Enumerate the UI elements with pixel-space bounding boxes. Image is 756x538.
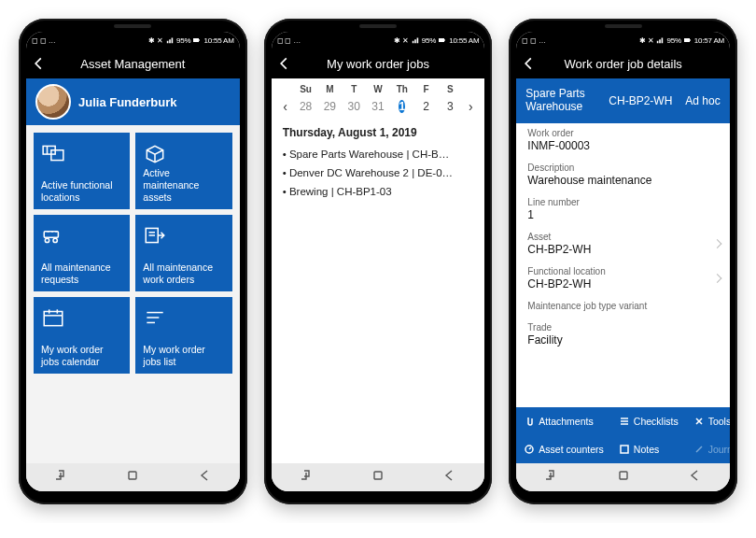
recent-apps-button[interactable]	[54, 468, 69, 487]
svg-point-7	[53, 238, 57, 242]
topbar: My work order jobs	[272, 49, 485, 78]
tab-adhoc[interactable]: Ad hoc	[685, 94, 720, 107]
svg-rect-3	[51, 150, 63, 161]
phone-work-order-job-details: ◻ ◻ … ✱ ✕ 95% 10:57 AM Work order job de…	[509, 19, 737, 504]
recent-apps-button[interactable]	[544, 468, 559, 487]
job-list: • Spare Parts Warehouse | CH-B… • Denver…	[272, 145, 485, 201]
svg-rect-24	[374, 472, 382, 479]
back-button[interactable]	[522, 57, 542, 70]
home-button[interactable]	[371, 468, 385, 487]
field-line-number: Line number1	[516, 192, 730, 227]
cal-day[interactable]: 29	[317, 100, 342, 113]
topbar: Work order job details	[516, 49, 730, 78]
avatar	[35, 84, 71, 120]
job-list-item[interactable]: • Brewing | CH-BP1-03	[283, 182, 474, 201]
cal-day-selected[interactable]: 1	[390, 96, 414, 117]
tab-code[interactable]: CH-BP2-WH	[609, 94, 672, 107]
svg-rect-1	[199, 39, 200, 40]
svg-point-6	[45, 238, 49, 242]
cal-day[interactable]: 3	[439, 100, 463, 113]
requests-icon	[41, 222, 122, 248]
calendar-strip: SuM TW ThF S ‹ 28 29 30 31 1 2 3 ›	[272, 78, 485, 117]
svg-rect-23	[444, 39, 445, 40]
back-button[interactable]	[277, 57, 298, 70]
action-checklists[interactable]: Checklists	[611, 407, 686, 435]
page-title: Asset Management	[26, 57, 240, 71]
user-name: Julia Funderburk	[78, 95, 176, 109]
tiles-grid: Active functional locations Active maint…	[26, 125, 240, 381]
cal-day[interactable]: 28	[294, 100, 318, 113]
back-nav-button[interactable]	[687, 468, 702, 487]
package-icon	[143, 140, 224, 166]
svg-rect-11	[44, 312, 63, 326]
cal-day[interactable]: 31	[366, 100, 390, 113]
action-notes[interactable]: Notes	[611, 435, 686, 463]
page-title: My work order jobs	[272, 57, 485, 71]
action-bar: Attachments Checklists Tools Asset count…	[516, 407, 730, 463]
tab-name[interactable]: Spare Parts Warehouse	[525, 88, 595, 114]
svg-rect-31	[621, 446, 628, 453]
status-bar: ◻ ◻ … ✱ ✕ 95% 10:55 AM	[272, 32, 485, 49]
home-button[interactable]	[616, 468, 631, 487]
list-icon	[143, 304, 224, 331]
svg-rect-22	[439, 38, 444, 42]
svg-rect-5	[44, 232, 58, 238]
topbar: Asset Management	[26, 49, 240, 78]
tile-active-maintenance-assets[interactable]: Active maintenance assets	[135, 133, 231, 209]
field-asset[interactable]: AssetCH-BP2-WH	[516, 227, 730, 262]
action-attachments[interactable]: Attachments	[516, 407, 610, 435]
calendar-date-title: Thursday, August 1, 2019	[272, 117, 485, 145]
detail-fields: Work orderINMF-00003 DescriptionWarehous…	[516, 123, 730, 407]
field-job-type-variant: Maintenance job type variant	[516, 296, 730, 318]
job-list-item[interactable]: • Spare Parts Warehouse | CH-B…	[283, 145, 474, 163]
page-title: Work order job details	[516, 57, 730, 71]
status-bar: ◻ ◻ … ✱ ✕ 95% 10:57 AM	[516, 32, 730, 49]
tile-all-maintenance-requests[interactable]: All maintenance requests	[34, 215, 130, 291]
calendar-icon	[41, 304, 122, 331]
svg-rect-21	[129, 472, 136, 479]
tile-my-work-order-jobs-calendar[interactable]: My work order jobs calendar	[34, 297, 130, 374]
recent-apps-button[interactable]	[300, 468, 315, 487]
action-tools[interactable]: Tools	[686, 407, 730, 435]
status-bar: ◻ ◻ … ✱ ✕ 95% 10:55 AM	[26, 32, 240, 49]
tile-all-maintenance-work-orders[interactable]: All maintenance work orders	[135, 215, 231, 291]
phone-asset-management: ◻ ◻ … ✱ ✕ 95% 10:55 AM Asset Management …	[19, 19, 247, 504]
action-asset-counters[interactable]: Asset counters	[516, 435, 610, 463]
workorders-icon	[143, 222, 224, 248]
back-nav-button[interactable]	[441, 468, 456, 487]
tile-my-work-order-jobs-list[interactable]: My work order jobs list	[135, 297, 231, 374]
android-nav	[26, 463, 240, 491]
field-trade: TradeFacility	[516, 318, 730, 352]
cal-day[interactable]: 2	[414, 100, 439, 113]
tile-active-functional-locations[interactable]: Active functional locations	[34, 133, 130, 209]
action-journal[interactable]: Journal	[686, 435, 730, 463]
svg-rect-25	[684, 38, 690, 42]
detail-tabs: Spare Parts Warehouse CH-BP2-WH Ad hoc	[516, 78, 730, 123]
next-week-button[interactable]: ›	[462, 99, 479, 114]
home-button[interactable]	[125, 468, 140, 487]
job-list-item[interactable]: • Denver DC Warehouse 2 | DE-0…	[283, 163, 474, 182]
field-functional-location[interactable]: Functional locationCH-BP2-WH	[516, 262, 730, 296]
svg-rect-0	[193, 38, 199, 42]
field-work-order: Work orderINMF-00003	[516, 123, 730, 158]
svg-rect-32	[620, 472, 627, 479]
user-bar[interactable]: Julia Funderburk	[26, 78, 240, 125]
locations-icon	[41, 140, 122, 166]
prev-week-button[interactable]: ‹	[277, 99, 294, 114]
android-nav	[516, 463, 730, 491]
svg-rect-26	[690, 39, 691, 40]
cal-day[interactable]: 30	[342, 100, 366, 113]
back-nav-button[interactable]	[197, 468, 212, 487]
android-nav	[272, 463, 485, 491]
back-button[interactable]	[32, 57, 52, 70]
field-description: DescriptionWarehouse maintenance	[516, 158, 730, 192]
phone-my-work-order-jobs: ◻ ◻ … ✱ ✕ 95% 10:55 AM My work order job…	[264, 19, 493, 504]
